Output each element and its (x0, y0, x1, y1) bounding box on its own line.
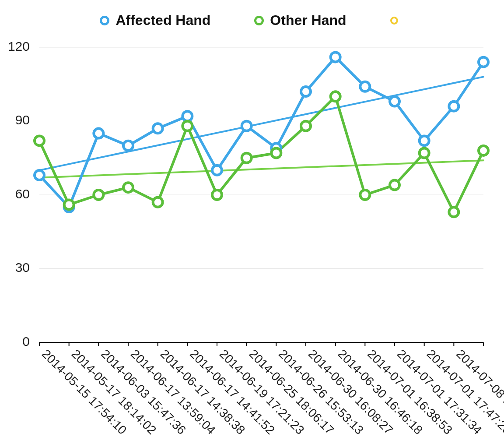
trend-line (39, 160, 483, 177)
data-point[interactable] (479, 146, 488, 155)
data-point[interactable] (242, 153, 252, 163)
data-point[interactable] (242, 121, 252, 131)
data-point[interactable] (360, 82, 370, 92)
data-point[interactable] (449, 102, 458, 111)
data-point[interactable] (420, 136, 429, 145)
data-point[interactable] (331, 92, 340, 101)
data-point[interactable] (123, 141, 133, 151)
data-point[interactable] (390, 180, 399, 190)
data-point[interactable] (360, 190, 370, 200)
data-point[interactable] (64, 200, 74, 209)
y-tick-label: 60 (15, 187, 30, 201)
data-point[interactable] (212, 190, 222, 200)
data-point[interactable] (390, 97, 399, 106)
data-point[interactable] (301, 87, 311, 96)
data-point[interactable] (212, 166, 222, 175)
data-point[interactable] (153, 123, 163, 133)
data-point[interactable] (449, 207, 458, 217)
data-point[interactable] (94, 190, 103, 200)
series-line (39, 57, 483, 207)
y-tick-label: 90 (15, 113, 30, 127)
data-point[interactable] (35, 136, 44, 145)
y-tick-label: 0 (22, 334, 30, 349)
data-point[interactable] (331, 52, 340, 62)
data-point[interactable] (479, 57, 488, 67)
y-tick-label: 30 (15, 260, 30, 275)
data-point[interactable] (35, 170, 44, 180)
data-point[interactable] (182, 111, 192, 121)
data-point[interactable] (123, 183, 133, 192)
chart-container: Affected Hand Other Hand 0306090120 2014… (0, 0, 504, 444)
data-point[interactable] (153, 197, 163, 207)
line-chart: 0306090120 2014-05-15 17:54:102014-05-17… (0, 0, 504, 444)
data-point[interactable] (420, 148, 429, 158)
y-tick-label: 120 (8, 39, 30, 53)
data-point[interactable] (182, 121, 192, 131)
data-point[interactable] (301, 121, 311, 131)
data-point[interactable] (271, 148, 281, 158)
data-point[interactable] (94, 129, 103, 138)
